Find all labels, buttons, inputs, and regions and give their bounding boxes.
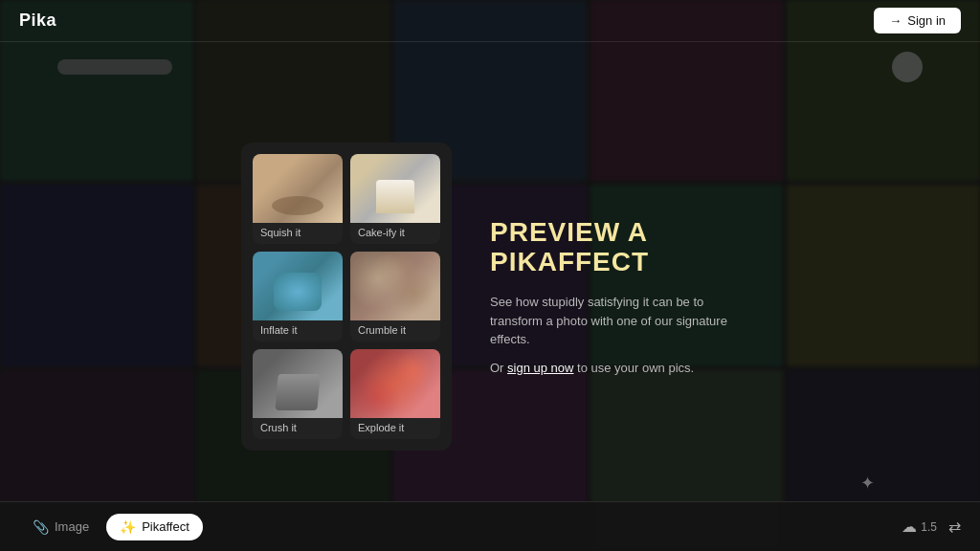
tab-image[interactable]: 📎 Image [19,514,102,540]
effect-label-crush: Crush it [253,418,343,439]
shuffle-button[interactable]: ⇄ [948,518,961,536]
cloud-button[interactable]: ☁ 1.5 [902,518,937,536]
effect-thumb-squish [253,154,343,223]
effect-card-crush[interactable]: Crush it [253,349,343,439]
shuffle-icon: ⇄ [948,518,961,536]
sign-in-button[interactable]: → Sign in [874,8,961,33]
image-icon: 📎 [33,519,49,535]
effect-label-inflate: Inflate it [253,320,343,342]
toolbar-tabs: 📎 Image ✨ Pikaffect [19,514,203,540]
effect-card-explode[interactable]: Explode it [350,349,440,439]
avatar [892,52,923,82]
effect-label-crumble: Crumble it [350,320,440,342]
signup-link[interactable]: sign up now [507,361,573,375]
preview-description: See how stupidly satisfying it can be to… [490,293,739,349]
effect-label-squish: Squish it [253,223,343,244]
pikaffect-icon: ✨ [120,519,136,535]
logo: Pika [19,11,56,31]
search-pill [57,59,172,75]
signup-prefix: Or [490,361,507,375]
effect-thumb-explode [350,349,440,418]
effect-card-squish[interactable]: Squish it [253,154,343,244]
effect-thumb-inflate [253,252,343,320]
signup-suffix: to use your own pics. [573,361,694,375]
count-label: 1.5 [921,520,937,534]
effect-thumb-cakeify [350,154,440,223]
toolbar-actions: ☁ 1.5 ⇄ [902,518,961,536]
header: Pika → Sign in [0,0,980,42]
pikaffect-grid-panel: Squish it Cake-ify it Inflate it Crumble… [241,143,452,451]
bottom-toolbar: 📎 Image ✨ Pikaffect ☁ 1.5 ⇄ [0,501,980,551]
sign-in-icon: → [889,13,902,28]
effect-label-explode: Explode it [350,418,440,439]
effect-thumb-crush [253,349,343,418]
preview-panel: PREVIEW A PIKAFFECT See how stupidly sat… [490,218,739,374]
tab-pikaffect[interactable]: ✨ Pikaffect [106,514,203,540]
preview-signup: Or sign up now to use your own pics. [490,361,739,375]
search-bar-area [57,52,923,82]
effect-card-inflate[interactable]: Inflate it [253,252,343,342]
effect-card-crumble[interactable]: Crumble it [350,252,440,342]
effect-thumb-crumble [350,252,440,320]
sparkle-icon: ✦ [860,473,875,494]
overlay-area: Squish it Cake-ify it Inflate it Crumble… [0,42,980,551]
cloud-icon: ☁ [902,518,917,536]
preview-title: PREVIEW A PIKAFFECT [490,218,739,277]
effect-label-cakeify: Cake-ify it [350,223,440,244]
effect-card-cakeify[interactable]: Cake-ify it [350,154,440,244]
